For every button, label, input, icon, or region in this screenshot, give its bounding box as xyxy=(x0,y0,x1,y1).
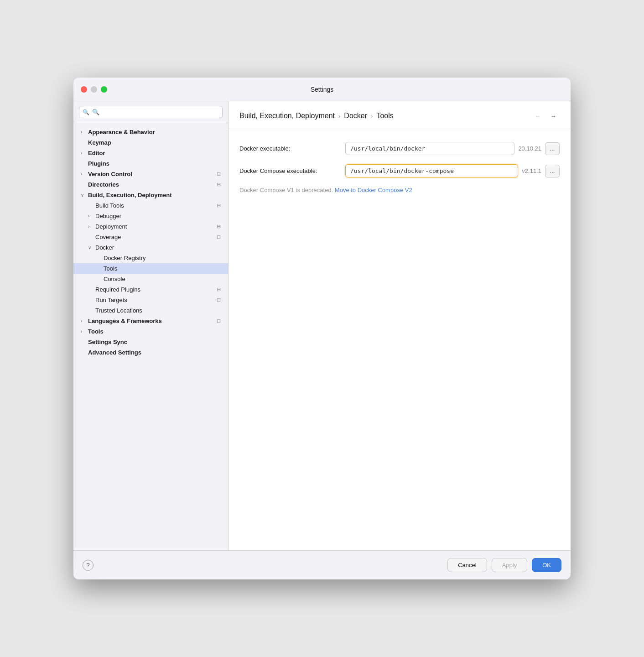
docker-compose-version-badge: v2.11.1 xyxy=(522,167,541,174)
repo-icon: ⊟ xyxy=(217,182,221,188)
docker-exec-input[interactable] xyxy=(345,142,514,155)
sidebar-item-label: Keymap xyxy=(88,139,221,146)
sidebar-item-plugins[interactable]: Plugins xyxy=(73,158,228,169)
main-panel: Build, Execution, Deployment › Docker › … xyxy=(229,101,571,550)
sidebar-item-languages-frameworks[interactable]: › Languages & Frameworks ⊟ xyxy=(73,316,228,326)
settings-window: Settings 🔍 › Appearance & Behavior xyxy=(73,78,571,579)
repo-icon: ⊟ xyxy=(217,287,221,292)
sidebar-item-build-execution[interactable]: ∨ Build, Execution, Deployment xyxy=(73,190,228,200)
chevron-icon: › xyxy=(88,214,94,219)
repo-icon: ⊟ xyxy=(217,171,221,177)
breadcrumb-part-3: Tools xyxy=(376,112,393,120)
sidebar-item-label: Required Plugins xyxy=(95,286,215,293)
breadcrumb: Build, Execution, Deployment › Docker › … xyxy=(239,112,394,120)
back-button[interactable]: ← xyxy=(531,110,544,122)
sidebar-item-docker-registry[interactable]: Docker Registry xyxy=(73,253,228,263)
sidebar-item-label: Appearance & Behavior xyxy=(88,129,221,136)
window-title: Settings xyxy=(311,86,334,93)
search-icon: 🔍 xyxy=(83,109,89,115)
content-area: 🔍 › Appearance & Behavior Keymap › xyxy=(73,101,571,550)
docker-compose-label: Docker Compose executable: xyxy=(239,167,340,174)
chevron-icon: › xyxy=(81,318,87,323)
chevron-icon: › xyxy=(81,329,87,334)
sidebar-item-label: Directories xyxy=(88,181,215,188)
chevron-down-icon: ∨ xyxy=(81,193,87,198)
search-input[interactable] xyxy=(79,106,223,118)
sidebar-item-label: Plugins xyxy=(88,160,221,167)
traffic-lights xyxy=(81,86,107,93)
sidebar-item-settings-sync[interactable]: Settings Sync xyxy=(73,337,228,347)
minimize-button[interactable] xyxy=(91,86,97,93)
sidebar-item-label: Docker xyxy=(95,244,221,251)
breadcrumb-separator-2: › xyxy=(371,113,373,120)
sidebar-item-keymap[interactable]: Keymap xyxy=(73,137,228,148)
help-button[interactable]: ? xyxy=(83,560,93,571)
sidebar-item-run-targets[interactable]: Run Targets ⊟ xyxy=(73,295,228,305)
sidebar-item-label: Languages & Frameworks xyxy=(88,318,215,324)
maximize-button[interactable] xyxy=(101,86,107,93)
sidebar-item-label: Build Tools xyxy=(95,202,215,209)
sidebar-item-docker[interactable]: ∨ Docker xyxy=(73,242,228,253)
sidebar-item-label: Advanced Settings xyxy=(88,349,221,356)
repo-icon: ⊟ xyxy=(217,318,221,324)
cancel-button[interactable]: Cancel xyxy=(447,558,487,572)
chevron-icon: › xyxy=(88,224,94,229)
chevron-icon: › xyxy=(81,172,87,177)
sidebar-item-deployment[interactable]: › Deployment ⊟ xyxy=(73,221,228,232)
docker-exec-label: Docker executable: xyxy=(239,145,340,152)
docker-compose-input[interactable] xyxy=(345,164,518,177)
search-wrap: 🔍 xyxy=(79,106,223,118)
breadcrumb-part-2: Docker xyxy=(344,112,367,120)
sidebar-item-label: Coverage xyxy=(95,234,215,240)
sidebar-item-appearance[interactable]: › Appearance & Behavior xyxy=(73,127,228,137)
sidebar-item-editor[interactable]: › Editor xyxy=(73,148,228,158)
sidebar-item-advanced-settings[interactable]: Advanced Settings xyxy=(73,347,228,358)
chevron-down-icon: ∨ xyxy=(88,245,94,250)
deprecated-link[interactable]: Move to Docker Compose V2 xyxy=(335,187,412,193)
sidebar-item-label: Tools xyxy=(104,265,221,272)
ok-button[interactable]: OK xyxy=(532,558,561,572)
sidebar-item-tools-top[interactable]: › Tools xyxy=(73,326,228,337)
sidebar-item-label: Debugger xyxy=(95,213,221,219)
sidebar-item-build-tools[interactable]: Build Tools ⊟ xyxy=(73,200,228,211)
footer: ? Cancel Apply OK xyxy=(73,550,571,579)
sidebar-item-directories[interactable]: Directories ⊟ xyxy=(73,179,228,190)
sidebar-item-label: Run Targets xyxy=(95,297,215,303)
docker-compose-browse-button[interactable]: ... xyxy=(545,165,560,177)
sidebar-item-label: Deployment xyxy=(95,223,215,230)
sidebar-item-label: Trusted Locations xyxy=(95,307,221,314)
docker-compose-input-wrap: v2.11.1 ... xyxy=(345,164,560,177)
nav-arrows: ← → xyxy=(531,110,560,122)
sidebar-item-version-control[interactable]: › Version Control ⊟ xyxy=(73,169,228,179)
close-button[interactable] xyxy=(81,86,87,93)
forward-button[interactable]: → xyxy=(547,110,560,122)
sidebar-item-trusted-locations[interactable]: Trusted Locations xyxy=(73,305,228,316)
sidebar-item-label: Console xyxy=(104,276,221,282)
sidebar-item-label: Editor xyxy=(88,150,221,156)
sidebar-item-label: Build, Execution, Deployment xyxy=(88,192,221,198)
breadcrumb-part-1: Build, Execution, Deployment xyxy=(239,112,335,120)
deprecated-text: Docker Compose V1 is deprecated. xyxy=(239,187,333,193)
sidebar-item-debugger[interactable]: › Debugger xyxy=(73,211,228,221)
repo-icon: ⊟ xyxy=(217,203,221,209)
sidebar-item-label: Version Control xyxy=(88,171,215,177)
sidebar-item-label: Tools xyxy=(88,328,221,335)
panel-content: Docker executable: 20.10.21 ... Docker C… xyxy=(229,129,571,550)
breadcrumb-bar: Build, Execution, Deployment › Docker › … xyxy=(229,101,571,129)
sidebar-item-docker-tools[interactable]: Tools xyxy=(73,263,228,274)
sidebar-item-coverage[interactable]: Coverage ⊟ xyxy=(73,232,228,242)
title-bar: Settings xyxy=(73,78,571,101)
sidebar-item-required-plugins[interactable]: Required Plugins ⊟ xyxy=(73,284,228,295)
sidebar-item-console[interactable]: Console xyxy=(73,274,228,284)
apply-button[interactable]: Apply xyxy=(492,558,528,572)
docker-compose-row: Docker Compose executable: v2.11.1 ... xyxy=(239,164,560,177)
docker-exec-row: Docker executable: 20.10.21 ... xyxy=(239,142,560,155)
docker-version-badge: 20.10.21 xyxy=(518,145,541,152)
breadcrumb-separator-1: › xyxy=(338,113,340,120)
deprecated-message: Docker Compose V1 is deprecated. Move to… xyxy=(239,187,560,193)
footer-left: ? xyxy=(83,560,93,571)
docker-exec-browse-button[interactable]: ... xyxy=(545,142,560,155)
search-bar: 🔍 xyxy=(73,101,228,123)
repo-icon: ⊟ xyxy=(217,297,221,303)
docker-exec-input-wrap: 20.10.21 ... xyxy=(345,142,560,155)
